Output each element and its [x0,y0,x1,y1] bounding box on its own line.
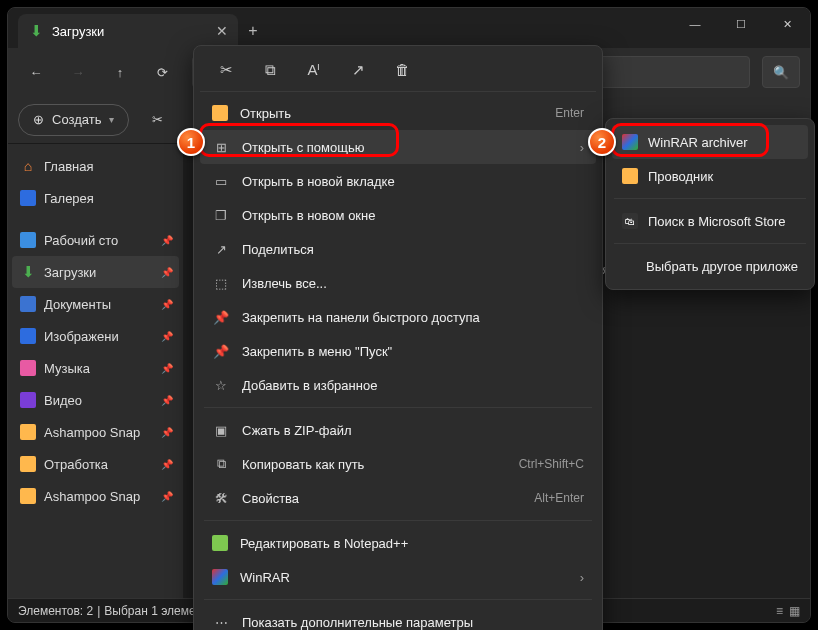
ctx-label: Свойства [242,491,299,506]
sidebar-video[interactable]: Видео 📌 [12,384,179,416]
sidebar-documents[interactable]: Документы 📌 [12,288,179,320]
desktop-icon [20,232,36,248]
sub-other-app[interactable]: Выбрать другое приложе [612,249,808,283]
notepadpp-icon [212,535,228,551]
new-tab-icon: ▭ [212,174,230,189]
sidebar-music[interactable]: Музыка 📌 [12,352,179,384]
minimize-button[interactable]: — [672,8,718,40]
sidebar-work[interactable]: Отработка 📌 [12,448,179,480]
ctx-copy-path[interactable]: ⧉ Копировать как путь Ctrl+Shift+C [200,447,596,481]
sub-explorer[interactable]: Проводник [612,159,808,193]
folder-icon [20,424,36,440]
search-icon: 🔍 [773,65,789,80]
refresh-button[interactable]: ⟳ [144,54,180,90]
pin-icon: 📌 [212,310,230,325]
tab-downloads[interactable]: ⬇ Загрузки ✕ [18,14,238,48]
titlebar: ⬇ Загрузки ✕ + — ☐ ✕ [8,8,810,48]
open-with-submenu: WinRAR archiver Проводник 🛍 Поиск в Micr… [605,118,815,290]
sidebar-label: Документы [44,297,111,312]
sub-store[interactable]: 🛍 Поиск в Microsoft Store [612,204,808,238]
cut-icon[interactable]: ✂ [139,102,175,138]
ctx-open[interactable]: Открыть Enter [200,96,596,130]
ctx-extract[interactable]: ⬚ Извлечь все... [200,266,596,300]
store-icon: 🛍 [622,213,638,229]
up-button[interactable]: ↑ [102,54,138,90]
view-details-icon[interactable]: ≡ [776,604,783,618]
sidebar-snap1[interactable]: Ashampoo Snap 📌 [12,416,179,448]
winrar-icon [212,569,228,585]
sidebar-label: Ashampoo Snap [44,425,140,440]
share-icon: ↗ [212,242,230,257]
sidebar-snap2[interactable]: Ashampoo Snap 📌 [12,480,179,512]
close-button[interactable]: ✕ [764,8,810,40]
sub-label: Поиск в Microsoft Store [648,214,786,229]
ctx-open-with[interactable]: ⊞ Открыть с помощью › [200,130,596,164]
chevron-right-icon: › [580,570,584,585]
ctx-show-more[interactable]: ⋯ Показать дополнительные параметры [200,605,596,630]
sub-winrar[interactable]: WinRAR archiver [612,125,808,159]
maximize-button[interactable]: ☐ [718,8,764,40]
pin-icon: 📌 [161,459,173,470]
ctx-label: Поделиться [242,242,314,257]
star-icon: ☆ [212,378,230,393]
sidebar-label: Рабочий сто [44,233,118,248]
ctx-favorite[interactable]: ☆ Добавить в избранное [200,368,596,402]
rename-icon[interactable]: Aᴵ [302,61,326,79]
folder-open-icon [212,105,228,121]
home-icon: ⌂ [20,158,36,174]
pin-icon: 📌 [161,491,173,502]
ctx-open-new-tab[interactable]: ▭ Открыть в новой вкладке [200,164,596,198]
ctx-label: Открыть с помощью [242,140,364,155]
view-tiles-icon[interactable]: ▦ [789,604,800,618]
share-icon[interactable]: ↗ [346,61,370,79]
back-button[interactable]: ← [18,54,54,90]
ctx-label: Редактировать в Notepad++ [240,536,408,551]
tab-close-icon[interactable]: ✕ [216,23,228,39]
open-with-icon: ⊞ [212,140,230,155]
ctx-label: Показать дополнительные параметры [242,615,473,630]
pin-icon: 📌 [161,395,173,406]
ctx-share[interactable]: ↗ Поделиться [200,232,596,266]
ctx-properties[interactable]: 🛠 Свойства Alt+Enter [200,481,596,515]
copy-icon[interactable]: ⧉ [258,61,282,79]
create-button[interactable]: ⊕ Создать ▾ [18,104,129,136]
zip-icon: ▣ [212,423,230,438]
sidebar-home[interactable]: ⌂ Главная [12,150,179,182]
status-count: Элементов: 2 [18,604,93,618]
ctx-separator [204,407,592,408]
sidebar-label: Главная [44,159,93,174]
chevron-down-icon: ▾ [109,114,114,125]
ctx-label: Извлечь все... [242,276,327,291]
ctx-winrar[interactable]: WinRAR › [200,560,596,594]
sub-label: WinRAR archiver [648,135,748,150]
sidebar-images[interactable]: Изображени 📌 [12,320,179,352]
sidebar-label: Музыка [44,361,90,376]
pin-icon: 📌 [161,331,173,342]
forward-button[interactable]: → [60,54,96,90]
ctx-separator [204,599,592,600]
sidebar-desktop[interactable]: Рабочий сто 📌 [12,224,179,256]
ctx-zip[interactable]: ▣ Сжать в ZIP-файл [200,413,596,447]
extract-icon: ⬚ [212,276,230,291]
cut-icon[interactable]: ✂ [214,61,238,79]
ctx-pin-start[interactable]: 📌 Закрепить в меню "Пуск" [200,334,596,368]
ctx-pin-quickaccess[interactable]: 📌 Закрепить на панели быстрого доступа [200,300,596,334]
new-tab-button[interactable]: + [238,14,268,48]
sidebar-gallery[interactable]: Галерея [12,182,179,214]
ctx-hint: Alt+Enter [534,491,584,505]
pin-icon: 📌 [161,427,173,438]
sidebar-label: Отработка [44,457,108,472]
sidebar-downloads[interactable]: ⬇ Загрузки 📌 [12,256,179,288]
ctx-label: Добавить в избранное [242,378,377,393]
ctx-notepadpp[interactable]: Редактировать в Notepad++ [200,526,596,560]
download-icon: ⬇ [20,264,36,280]
folder-icon [20,456,36,472]
ctx-label: Открыть в новом окне [242,208,375,223]
delete-icon[interactable]: 🗑 [390,61,414,78]
sub-separator [614,243,806,244]
ctx-open-new-window[interactable]: ❐ Открыть в новом окне [200,198,596,232]
ctx-label: Открыть [240,106,291,121]
search-button[interactable]: 🔍 [762,56,800,88]
tab-title: Загрузки [52,24,104,39]
download-icon: ⬇ [28,23,44,39]
